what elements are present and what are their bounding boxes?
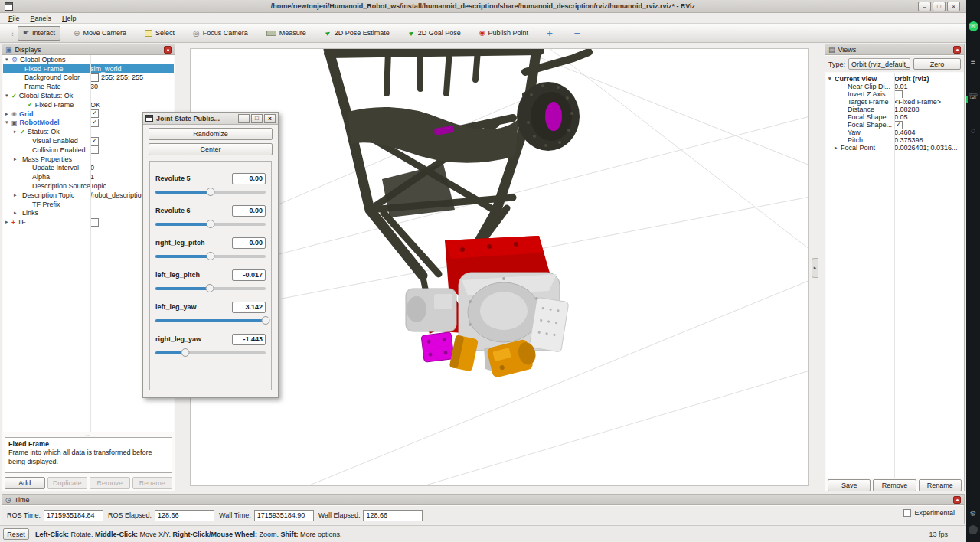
menu-item[interactable]: File: [3, 15, 25, 22]
joint-slider[interactable]: [155, 287, 266, 290]
property-value[interactable]: 255; 255; 255: [90, 73, 173, 83]
close-button[interactable]: ×: [947, 2, 960, 11]
slider-handle[interactable]: [205, 284, 214, 292]
close-icon[interactable]: [953, 496, 961, 504]
zero-button[interactable]: Zero: [913, 58, 961, 70]
toolbar-button[interactable]: Measure: [261, 26, 312, 41]
joint-value-field[interactable]: -0.017: [232, 269, 266, 281]
expand-arrow-icon[interactable]: [828, 76, 835, 82]
expand-arrow-icon[interactable]: [5, 119, 11, 126]
slider-handle[interactable]: [207, 252, 215, 260]
expand-arrow-icon[interactable]: [5, 93, 11, 99]
joint-slider[interactable]: [155, 255, 266, 258]
toolbar-button[interactable]: Select: [139, 26, 180, 41]
render-viewport[interactable]: [190, 48, 809, 486]
property-value[interactable]: [894, 121, 962, 129]
displays-action-button[interactable]: Rename: [132, 477, 173, 489]
property-value[interactable]: <Fixed Frame>: [894, 98, 962, 106]
toolbar-button[interactable]: [541, 26, 561, 41]
toolbar-button[interactable]: 2D Goal Pose: [403, 26, 466, 41]
property-value[interactable]: 0.375398: [894, 136, 962, 144]
views-action-button[interactable]: Rename: [919, 479, 962, 491]
table-row[interactable]: Fixed Frame OK: [3, 100, 174, 109]
table-row[interactable]: Global Status: Ok: [3, 91, 174, 100]
toolbar-button[interactable]: [569, 26, 589, 41]
views-action-button[interactable]: Remove: [873, 479, 916, 491]
property-value[interactable]: 1.08288: [894, 106, 962, 113]
table-row[interactable]: Global Options: [3, 55, 174, 64]
slider-handle[interactable]: [262, 316, 270, 325]
joint-value-field[interactable]: -1.443: [232, 334, 266, 345]
joint-slider[interactable]: [155, 319, 266, 322]
table-row[interactable]: Current View Orbit (rviz): [826, 75, 963, 83]
displays-action-button[interactable]: Remove: [90, 477, 130, 489]
experimental-toggle[interactable]: Experimental: [903, 509, 955, 517]
menu-lines-icon[interactable]: ≡: [971, 57, 975, 66]
chat-icon[interactable]: ☏: [969, 92, 978, 100]
dialog-minimize-button[interactable]: –: [238, 114, 250, 123]
toolbar-button[interactable]: Interact: [18, 26, 60, 41]
expand-arrow-icon[interactable]: [14, 156, 20, 162]
view-type-dropdown[interactable]: Orbit (rviz_default_ ▼: [848, 58, 910, 70]
joint-value-field[interactable]: 3.142: [232, 302, 266, 313]
dialog-title-bar[interactable]: Joint State Publis... – □ x: [143, 113, 278, 125]
randomize-button[interactable]: Randomize: [149, 128, 273, 140]
property-value[interactable]: Orbit (rviz): [894, 75, 962, 83]
expand-arrow-icon[interactable]: [5, 111, 11, 117]
table-row[interactable]: Background Color 255; 255; 255: [3, 73, 174, 83]
joint-slider[interactable]: [155, 351, 266, 354]
expand-arrow-icon[interactable]: [5, 219, 11, 225]
time-field-input[interactable]: [363, 510, 423, 521]
dialog-close-button[interactable]: x: [264, 114, 276, 123]
close-icon[interactable]: [953, 46, 961, 54]
table-row[interactable]: Focal Shape...: [826, 121, 963, 129]
property-value[interactable]: 0.01: [894, 83, 962, 90]
property-value[interactable]: 30: [90, 82, 173, 91]
time-panel-header[interactable]: Time: [2, 495, 964, 505]
toolbar-button[interactable]: Move Camera: [68, 26, 132, 41]
menu-item[interactable]: Help: [57, 15, 82, 22]
property-value[interactable]: [90, 91, 173, 100]
time-field-input[interactable]: [155, 510, 214, 521]
joint-value-field[interactable]: 0.00: [232, 205, 266, 217]
dialog-maximize-button[interactable]: □: [251, 114, 263, 123]
experimental-checkbox[interactable]: [903, 509, 911, 517]
table-row[interactable]: Yaw 0.4604: [826, 129, 963, 136]
status-circle-icon[interactable]: ◌: [971, 126, 975, 135]
expand-arrow-icon[interactable]: [5, 57, 11, 63]
table-row[interactable]: Pitch 0.375398: [826, 136, 963, 144]
displays-action-button[interactable]: Duplicate: [47, 477, 88, 489]
table-row[interactable]: Near Clip Di... 0.01: [826, 83, 963, 90]
slider-handle[interactable]: [207, 220, 215, 228]
property-value[interactable]: [894, 90, 962, 98]
whatsapp-icon[interactable]: ☏: [969, 21, 978, 31]
property-value[interactable]: 0.4604: [894, 129, 962, 136]
property-value[interactable]: [90, 55, 173, 64]
toolbar-button[interactable]: Publish Point: [474, 26, 534, 41]
gear-icon[interactable]: ⚙: [970, 509, 977, 518]
table-row[interactable]: Target Frame <Fixed Frame>: [826, 98, 963, 106]
slider-handle[interactable]: [181, 348, 189, 357]
displays-panel-header[interactable]: Displays: [2, 44, 175, 55]
menu-item[interactable]: Panels: [25, 15, 57, 22]
property-value[interactable]: 0.0026401; 0.0316...: [894, 144, 962, 152]
property-value[interactable]: 0.05: [894, 113, 962, 121]
time-field-input[interactable]: [254, 510, 314, 521]
minimize-button[interactable]: –: [918, 2, 931, 11]
title-bar[interactable]: /home/newtonjeri/Humanoid_Robot_ws/insta…: [0, 0, 966, 13]
property-value[interactable]: sim_world: [90, 64, 173, 73]
slider-handle[interactable]: [207, 188, 215, 196]
expand-arrow-icon[interactable]: [835, 145, 841, 151]
time-field-input[interactable]: [44, 510, 103, 521]
maximize-button[interactable]: □: [933, 2, 946, 11]
toolbar-button[interactable]: Focus Camera: [188, 26, 253, 41]
expand-arrow-icon[interactable]: [14, 129, 20, 135]
views-action-button[interactable]: Save: [828, 479, 871, 491]
views-panel-header[interactable]: Views: [825, 44, 964, 55]
joint-slider[interactable]: [155, 223, 266, 226]
expand-arrow-icon[interactable]: [14, 210, 20, 216]
reset-button[interactable]: Reset: [3, 528, 29, 540]
joint-value-field[interactable]: 0.00: [232, 173, 266, 184]
center-button[interactable]: Center: [149, 143, 273, 155]
table-row[interactable]: Focal Shape... 0.05: [826, 113, 963, 121]
